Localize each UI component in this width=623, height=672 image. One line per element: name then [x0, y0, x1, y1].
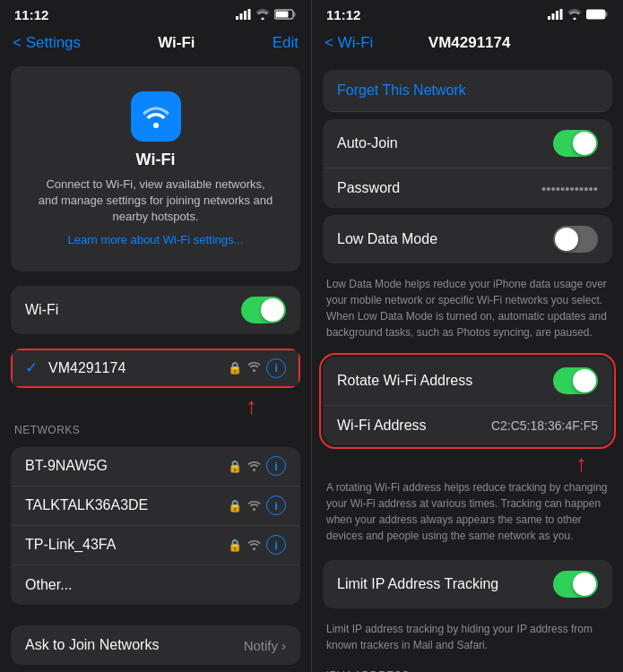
wifi-address-value: C2:C5:18:36:4F:F5 [491, 418, 598, 433]
connected-network-row[interactable]: ✓ VM4291174 🔒 i [11, 349, 300, 388]
left-red-arrow: ↑ [246, 394, 257, 418]
signal-icon [236, 9, 251, 20]
svg-rect-15 [560, 9, 563, 20]
forget-network-button[interactable]: Forget This Network [323, 70, 612, 112]
checkmark-icon: ✓ [25, 358, 41, 377]
lock-icon-bt: 🔒 [228, 460, 242, 473]
svg-rect-5 [294, 13, 296, 17]
left-status-time: 11:12 [14, 7, 48, 22]
right-battery-icon [586, 9, 609, 20]
rotate-wifi-toggle[interactable] [553, 367, 598, 394]
wifi-info-title: Wi-Fi [136, 151, 176, 169]
ask-join-section: Ask to Join Networks Notify › [11, 625, 300, 665]
rotate-wifi-section: Rotate Wi-Fi Address Wi-Fi Address C2:C5… [323, 357, 612, 445]
rotate-wifi-label: Rotate Wi-Fi Address [337, 373, 553, 389]
connected-network-icons: 🔒 i [228, 358, 286, 378]
lock-icon-tplink: 🔒 [228, 538, 242, 552]
left-status-icons [236, 9, 297, 20]
network-icons-talktalk: 🔒 i [228, 495, 286, 515]
ask-join-chevron: › [281, 638, 286, 653]
network-row-bt[interactable]: BT-9NAW5G 🔒 i [11, 447, 300, 487]
left-panel: 11:12 < Settings Wi [0, 0, 311, 672]
low-data-label: Low Data Mode [337, 231, 553, 247]
svg-point-11 [253, 547, 255, 550]
right-status-time: 11:12 [326, 7, 360, 22]
wifi-toggle-section: Wi-Fi [11, 286, 300, 334]
auto-join-row: Auto-Join [323, 119, 612, 168]
svg-rect-14 [556, 11, 558, 20]
wifi-icon-talktalk [247, 501, 261, 511]
ask-join-label: Ask to Join Networks [25, 637, 159, 653]
auto-join-section: Auto-Join Password •••••••••••• [323, 119, 612, 208]
info-circle-icon[interactable]: i [266, 358, 286, 378]
battery-icon [274, 9, 297, 20]
svg-rect-18 [588, 12, 601, 18]
password-row[interactable]: Password •••••••••••• [323, 168, 612, 208]
network-row-talktalk[interactable]: TALKTALK36A3DE 🔒 i [11, 487, 300, 526]
left-arrow-container: ↑ [0, 395, 311, 417]
lock-icon-talktalk: 🔒 [228, 499, 242, 513]
svg-rect-12 [548, 16, 550, 20]
svg-rect-0 [236, 16, 238, 20]
svg-rect-1 [240, 13, 243, 20]
low-data-toggle[interactable] [553, 226, 598, 253]
info-circle-tplink[interactable]: i [266, 535, 286, 555]
auto-join-knob [573, 132, 596, 155]
left-back-button[interactable]: < Settings [13, 34, 81, 52]
wifi-icon-svg [141, 105, 171, 128]
wifi-app-icon [131, 91, 181, 142]
wifi-toggle-row: Wi-Fi [11, 286, 300, 334]
wifi-toggle-knob [261, 298, 284, 322]
auto-join-toggle[interactable] [553, 130, 598, 157]
network-name-talktalk: TALKTALK36A3DE [25, 497, 148, 513]
limit-ip-toggle[interactable] [553, 571, 598, 598]
right-panel: 11:12 < Wi-Fi VM4291174 [311, 0, 623, 672]
wifi-small-icon [247, 361, 261, 375]
network-name-bt: BT-9NAW5G [25, 458, 108, 474]
wifi-icon-tplink [247, 540, 261, 550]
left-nav-title: Wi-Fi [158, 34, 195, 52]
right-arrow-container: ↑ [312, 452, 623, 474]
right-content: Forget This Network Auto-Join Password •… [312, 63, 623, 672]
rotate-desc: A rotating Wi-Fi address helps reduce tr… [312, 474, 623, 553]
limit-ip-label: Limit IP Address Tracking [337, 576, 553, 592]
svg-point-8 [253, 369, 255, 372]
low-data-desc: Low Data Mode helps reduce your iPhone d… [312, 271, 623, 349]
limit-ip-desc: Limit IP address tracking by hiding your… [312, 616, 623, 662]
low-data-knob [555, 228, 578, 251]
network-icons-bt: 🔒 i [228, 456, 286, 476]
right-nav-title: VM4291174 [428, 34, 511, 52]
left-nav-bar: < Settings Wi-Fi Edit [0, 27, 311, 63]
info-circle-talktalk[interactable]: i [266, 495, 286, 515]
forget-network-section: Forget This Network [323, 70, 612, 112]
wifi-info-section: Wi-Fi Connect to Wi-Fi, view available n… [11, 66, 300, 271]
wifi-icon-bt [247, 461, 261, 471]
password-dots: •••••••••••• [541, 181, 598, 196]
networks-list: BT-9NAW5G 🔒 i TALKTALK36A3DE 🔒 [11, 447, 300, 605]
wifi-toggle[interactable] [241, 297, 286, 323]
network-icons-tplink: 🔒 i [228, 535, 286, 555]
auto-join-label: Auto-Join [337, 135, 553, 151]
svg-point-10 [253, 508, 255, 511]
right-back-button[interactable]: < Wi-Fi [324, 34, 373, 52]
wifi-strength-icon [247, 362, 261, 372]
svg-rect-13 [552, 13, 555, 20]
left-edit-button[interactable]: Edit [273, 34, 299, 52]
svg-point-9 [253, 469, 255, 471]
network-row-other[interactable]: Other... [11, 565, 300, 605]
limit-ip-section: Limit IP Address Tracking [323, 560, 612, 608]
ask-join-right: Notify › [244, 638, 286, 653]
svg-point-7 [153, 123, 159, 128]
svg-rect-6 [276, 12, 289, 18]
ask-join-row[interactable]: Ask to Join Networks Notify › [11, 625, 300, 665]
network-row-tplink[interactable]: TP-Link_43FA 🔒 i [11, 526, 300, 565]
right-status-icons [548, 9, 609, 20]
svg-rect-17 [606, 13, 608, 17]
right-nav-bar: < Wi-Fi VM4291174 [312, 27, 623, 63]
info-circle-bt[interactable]: i [266, 456, 286, 476]
wifi-address-label: Wi-Fi Address [337, 418, 491, 434]
lock-icon: 🔒 [228, 361, 242, 375]
wifi-learn-link[interactable]: Learn more about Wi-Fi settings... [68, 233, 244, 246]
ask-join-value: Notify [244, 638, 278, 653]
right-wifi-icon [567, 9, 582, 20]
